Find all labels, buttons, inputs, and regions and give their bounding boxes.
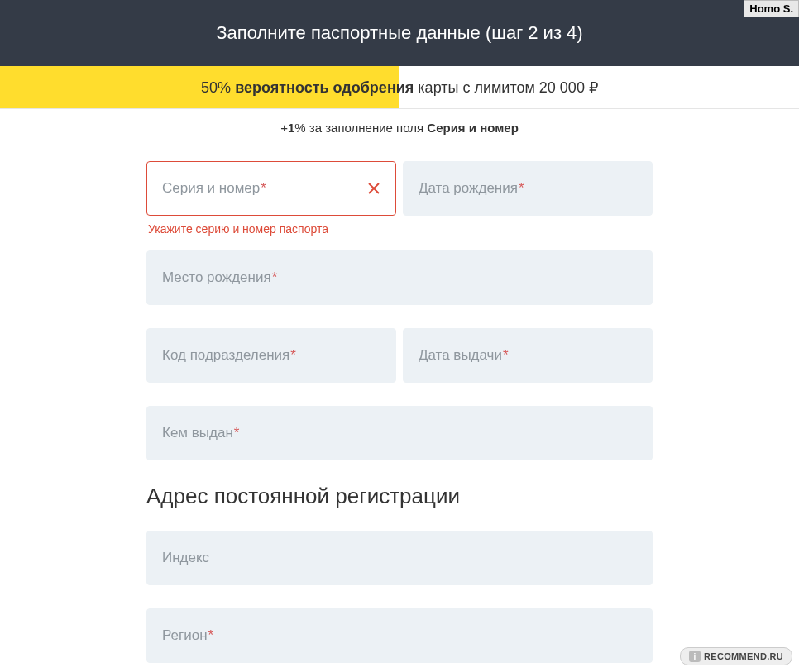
page-title: Заполните паспортные данные (шаг 2 из 4) <box>216 22 582 44</box>
hint-pct-text: % за заполнение поля <box>294 121 427 135</box>
issue-date-field[interactable]: Дата выдачи* <box>403 328 653 383</box>
hint-bold: Серия и номер <box>427 121 519 135</box>
close-icon[interactable] <box>367 182 380 195</box>
birth-date-field[interactable]: Дата рождения* <box>403 161 653 216</box>
progress-text: 50% вероятность одобрения карты с лимито… <box>201 79 598 97</box>
field-label: Серия и номер <box>162 180 260 197</box>
watermark: i RECOMMEND.RU <box>680 647 792 665</box>
postal-index-field[interactable]: Индекс <box>146 531 653 585</box>
field-label: Дата выдачи <box>419 347 502 364</box>
required-star: * <box>272 269 278 286</box>
field-label: Индекс <box>162 550 209 566</box>
user-tag: Homo S. <box>744 0 799 17</box>
region-field[interactable]: Регион* <box>146 608 653 663</box>
issued-by-field[interactable]: Кем выдан* <box>146 406 653 460</box>
birth-place-field[interactable]: Место рождения* <box>146 250 653 305</box>
info-icon: i <box>689 651 701 662</box>
page-header: Заполните паспортные данные (шаг 2 из 4)… <box>0 0 799 66</box>
progress-bold: вероятность одобрения <box>235 79 414 96</box>
series-error-message: Укажите серию и номер паспорта <box>148 222 653 236</box>
field-label: Место рождения <box>162 269 271 286</box>
field-label: Регион <box>162 627 208 644</box>
required-star: * <box>208 627 214 644</box>
required-star: * <box>261 180 266 197</box>
required-star: * <box>503 347 509 364</box>
department-code-field[interactable]: Код подразделения* <box>146 328 396 383</box>
required-star: * <box>519 180 524 197</box>
field-label: Дата рождения <box>419 180 518 197</box>
required-star: * <box>234 425 240 441</box>
series-number-field[interactable]: Серия и номер* <box>146 161 396 216</box>
progress-rest: карты с лимитом 20 000 ₽ <box>418 79 598 96</box>
progress-percent: 50% <box>201 79 231 96</box>
bonus-hint: +1% за заполнение поля Серия и номер <box>0 109 799 141</box>
field-label: Код подразделения <box>162 347 289 364</box>
approval-progress-bar: 50% вероятность одобрения карты с лимито… <box>0 66 799 109</box>
field-label: Кем выдан <box>162 425 233 441</box>
passport-form: Серия и номер* Дата рождения* Укажите се… <box>146 161 653 663</box>
registration-address-title: Адрес постоянной регистрации <box>146 484 653 509</box>
hint-plus: + <box>280 121 288 135</box>
required-star: * <box>290 347 296 364</box>
watermark-text: RECOMMEND.RU <box>704 651 783 661</box>
